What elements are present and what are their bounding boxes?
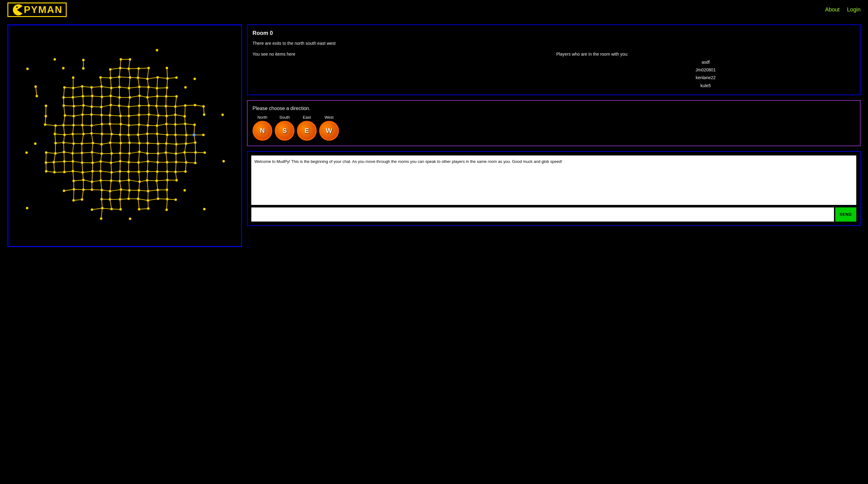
player-name: kule5 xyxy=(556,82,855,90)
svg-point-0 xyxy=(17,6,18,8)
login-link[interactable]: Login xyxy=(847,6,861,13)
dir-btn-south[interactable]: S xyxy=(275,121,294,141)
room-bottom: You see no items here Players who are in… xyxy=(252,52,855,90)
room-title: Room 0 xyxy=(252,30,855,36)
player-name: kenlane22 xyxy=(556,74,855,82)
dir-label-west: West xyxy=(324,115,333,120)
dir-group-north: NorthN xyxy=(252,115,272,141)
chat-log: Welcome to MudPy! This is the beginning … xyxy=(251,155,856,205)
nav-links: About Login xyxy=(825,6,861,13)
dir-label-north: North xyxy=(257,115,267,120)
room-info: Room 0 There are exits to the north sout… xyxy=(247,24,861,95)
room-items: You see no items here xyxy=(252,52,551,90)
direction-label: Please choose a direction. xyxy=(252,106,855,111)
logo: PYMAN xyxy=(7,2,67,17)
direction-panel: Please choose a direction. NorthNSouthSE… xyxy=(247,100,861,146)
map-canvas xyxy=(8,25,241,246)
dir-btn-east[interactable]: E xyxy=(297,121,317,141)
dir-label-east: East xyxy=(303,115,311,120)
players-list: asdfJm020801kenlane22kule5 xyxy=(556,58,855,90)
map-container xyxy=(7,24,242,247)
chat-panel: Welcome to MudPy! This is the beginning … xyxy=(247,151,861,226)
dir-btn-west[interactable]: W xyxy=(319,121,339,141)
direction-buttons: NorthNSouthSEastEWestW xyxy=(252,115,855,141)
room-exits: There are exits to the north south east … xyxy=(252,40,855,47)
about-link[interactable]: About xyxy=(825,6,840,13)
dir-label-south: South xyxy=(279,115,290,120)
player-name: asdf xyxy=(556,58,855,66)
room-players-section: Players who are in the room with you: as… xyxy=(556,52,855,90)
dir-btn-north[interactable]: N xyxy=(252,121,272,141)
dir-group-east: EastE xyxy=(297,115,317,141)
chat-input-row: SEND xyxy=(251,207,856,222)
player-name: Jm020801 xyxy=(556,66,855,74)
header: PYMAN About Login xyxy=(0,0,868,20)
dir-group-south: SouthS xyxy=(275,115,294,141)
players-header: Players who are in the room with you: xyxy=(556,52,855,57)
main-content: Room 0 There are exits to the north sout… xyxy=(0,20,868,252)
logo-area: PYMAN xyxy=(7,2,67,17)
dir-group-west: WestW xyxy=(319,115,339,141)
send-button[interactable]: SEND xyxy=(835,207,856,222)
chat-input[interactable] xyxy=(251,207,834,222)
right-panel: Room 0 There are exits to the north sout… xyxy=(247,24,861,226)
